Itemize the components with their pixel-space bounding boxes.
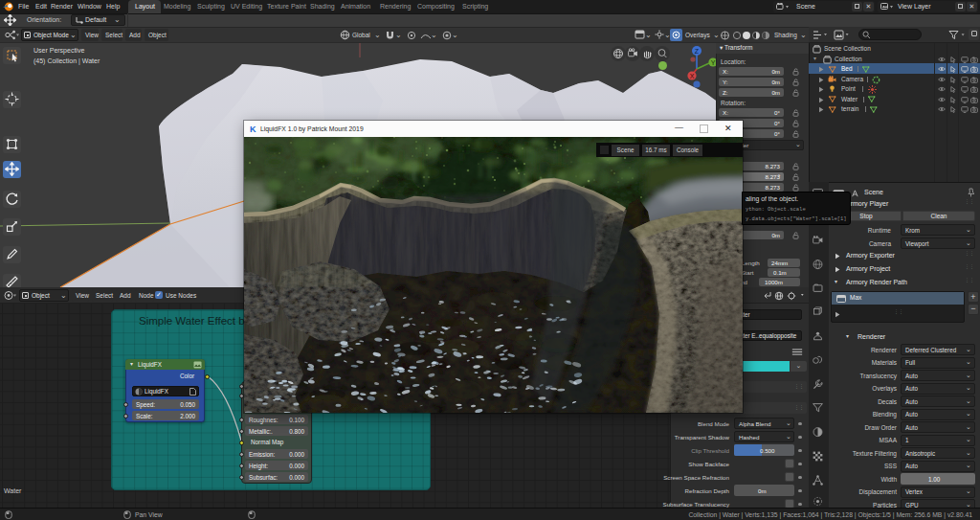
svg-text:Y: Y xyxy=(711,59,716,66)
svg-text:X: X xyxy=(690,73,695,79)
svg-text:Z: Z xyxy=(695,48,700,55)
